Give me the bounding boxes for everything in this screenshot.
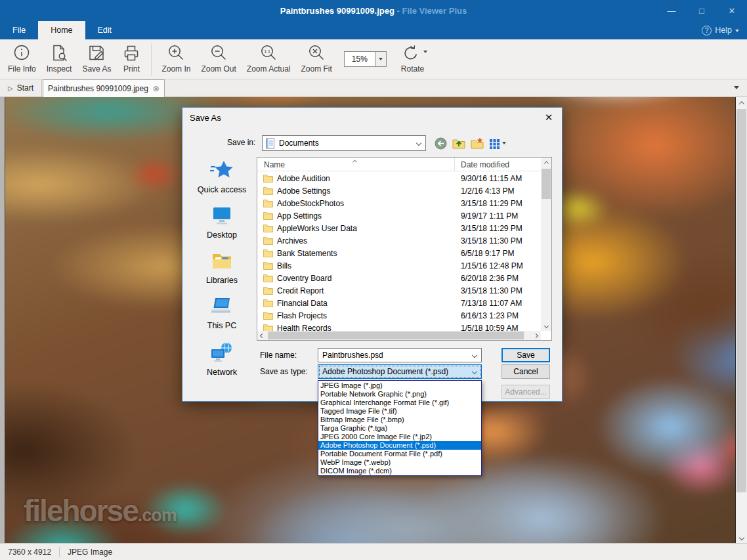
- file-row[interactable]: Financial Data 7/13/18 11:07 AM: [257, 297, 541, 309]
- file-date: 3/15/18 11:29 PM: [461, 199, 523, 208]
- type-option[interactable]: Tagged Image File (*.tif): [318, 407, 481, 416]
- folder-icon: [263, 299, 273, 307]
- dialog-close-button[interactable]: ✕: [542, 111, 556, 124]
- scroll-down-icon[interactable]: [541, 321, 551, 331]
- file-row[interactable]: Coventry Board 6/20/18 2:36 PM: [257, 272, 541, 284]
- zoom-in-button[interactable]: Zoom In: [156, 41, 196, 79]
- network-icon: [209, 341, 234, 366]
- save-button[interactable]: Save: [502, 348, 550, 362]
- zoom-fit-button[interactable]: Zoom Fit: [296, 41, 337, 79]
- file-row[interactable]: Flash Projects 6/16/13 1:23 PM: [257, 309, 541, 322]
- folder-icon: [263, 186, 273, 195]
- file-date: 1/2/16 4:13 PM: [461, 186, 514, 196]
- inspect-button[interactable]: Inspect: [41, 41, 77, 79]
- folder-icon: [263, 261, 273, 270]
- file-name: Flash Projects: [277, 311, 327, 320]
- file-row[interactable]: Bank Statements 6/5/18 9:17 PM: [257, 247, 541, 259]
- zoom-actual-button[interactable]: 1:1 Zoom Actual: [242, 41, 296, 79]
- scrollbar-thumb[interactable]: [542, 169, 551, 199]
- file-name: Adobe Audition: [277, 174, 330, 183]
- scroll-right-icon[interactable]: [531, 331, 541, 340]
- type-option[interactable]: Graphical Interchange Format File (*.gif…: [318, 398, 481, 407]
- place-libraries[interactable]: Libraries: [189, 251, 255, 285]
- scrollbar-thumb[interactable]: [736, 109, 746, 492]
- file-row[interactable]: Bills 1/15/16 12:48 PM: [257, 259, 541, 272]
- type-option[interactable]: DICOM Image (*.dcm): [318, 467, 481, 475]
- type-option[interactable]: Bitmap Image File (*.bmp): [318, 416, 481, 424]
- column-header-name[interactable]: Name: [264, 160, 285, 169]
- type-option[interactable]: WebP Image (*.webp): [318, 458, 481, 467]
- cancel-button[interactable]: Cancel: [502, 364, 550, 379]
- dialog-title-bar: Save As: [182, 108, 562, 127]
- inspect-icon: [49, 43, 69, 63]
- file-row[interactable]: Archives 3/15/18 11:30 PM: [257, 234, 541, 247]
- app-window: { "window": { "title_file": "Paintbrushe…: [0, 0, 747, 560]
- folder-icon: [263, 249, 273, 257]
- save-as-type-combobox[interactable]: Adobe Photoshop Document (*.psd): [318, 364, 482, 379]
- zoom-level-dropdown[interactable]: [375, 51, 387, 67]
- file-row[interactable]: App Settings 9/19/17 1:11 PM: [257, 209, 541, 222]
- save-as-button[interactable]: Save As: [77, 41, 116, 79]
- file-row[interactable]: Adobe Settings 1/2/16 4:13 PM: [257, 184, 541, 197]
- file-name: App Settings: [277, 211, 322, 221]
- scroll-down-icon[interactable]: [736, 532, 747, 543]
- file-name-combobox[interactable]: Paintbrushes.psd: [318, 348, 482, 362]
- back-button[interactable]: [435, 137, 447, 150]
- scroll-up-icon[interactable]: [736, 97, 747, 108]
- minimize-button[interactable]: —: [656, 0, 687, 21]
- tab-list-chevron-icon[interactable]: [734, 86, 739, 89]
- file-row[interactable]: Adobe Audition 9/30/16 11:15 AM: [257, 172, 541, 184]
- file-name: Coventry Board: [277, 274, 331, 283]
- menu-tab-file[interactable]: File: [0, 21, 38, 39]
- save-as-type-value: Adobe Photoshop Document (*.psd): [322, 367, 448, 376]
- menu-tab-edit[interactable]: Edit: [85, 21, 125, 39]
- tab-close-icon[interactable]: ⊗: [153, 85, 160, 93]
- zoom-level-input[interactable]: 15%: [344, 51, 375, 67]
- type-option[interactable]: JPEG 2000 Core Image File (*.jp2): [318, 433, 481, 441]
- list-vertical-scrollbar[interactable]: [541, 158, 551, 331]
- zoom-in-icon: [166, 43, 186, 63]
- file-name: Financial Data: [277, 299, 328, 308]
- type-option[interactable]: Targa Graphic (*.tga): [318, 424, 481, 433]
- play-icon: ▷: [8, 85, 13, 92]
- chevron-down-icon: [379, 58, 383, 60]
- file-row[interactable]: Credit Report 3/15/18 11:30 PM: [257, 284, 541, 297]
- help-menu[interactable]: ? Help: [702, 21, 739, 39]
- save-in-combobox[interactable]: Documents: [262, 135, 426, 151]
- zoom-out-button[interactable]: Zoom Out: [196, 41, 241, 79]
- scroll-up-icon[interactable]: [541, 158, 551, 167]
- place-desktop[interactable]: Desktop: [189, 205, 255, 240]
- list-horizontal-scrollbar[interactable]: [257, 331, 541, 340]
- file-row[interactable]: AdobeStockPhotos 3/15/18 11:29 PM: [257, 197, 541, 209]
- type-option[interactable]: JPEG Image (*.jpg): [318, 381, 481, 390]
- view-menu-button[interactable]: [489, 138, 506, 149]
- place-network[interactable]: Network: [189, 341, 255, 377]
- print-button[interactable]: Print: [116, 41, 146, 79]
- type-option[interactable]: Portable Network Graphic (*.png): [318, 390, 481, 398]
- file-info-button[interactable]: File Info: [3, 41, 41, 79]
- tab-document[interactable]: Paintbrushes 90991009.jpeg ⊗: [43, 79, 165, 97]
- chevron-down-icon: [416, 140, 421, 146]
- desktop-icon: [209, 205, 234, 228]
- maximize-button[interactable]: □: [687, 0, 717, 21]
- new-folder-button[interactable]: [471, 137, 484, 149]
- scrollbar-thumb[interactable]: [268, 332, 524, 339]
- file-row[interactable]: AppleWorks User Data 3/15/18 11:29 PM: [257, 222, 541, 234]
- tab-start[interactable]: ▷ Start: [0, 79, 42, 97]
- type-option[interactable]: Portable Document Format File (*.pdf): [318, 450, 481, 458]
- type-option[interactable]: Adobe Photoshop Document (*.psd): [318, 441, 481, 450]
- scroll-left-icon[interactable]: [257, 331, 267, 340]
- close-button[interactable]: ✕: [717, 0, 747, 21]
- column-header-date-modified[interactable]: Date modified: [461, 160, 509, 169]
- sort-ascending-icon: [353, 157, 356, 165]
- document-tab-bar: ▷ Start Paintbrushes 90991009.jpeg ⊗: [0, 79, 747, 97]
- up-one-level-button[interactable]: [452, 137, 465, 149]
- menu-tab-home[interactable]: Home: [38, 21, 85, 39]
- rotate-button[interactable]: Rotate: [396, 41, 433, 79]
- window-controls: — □ ✕: [656, 0, 747, 21]
- canvas-vertical-scrollbar[interactable]: [736, 97, 747, 543]
- place-quick-access[interactable]: Quick access: [189, 159, 255, 194]
- chevron-down-icon: [472, 353, 477, 358]
- place-this-pc[interactable]: This PC: [189, 296, 255, 330]
- folder-icon: [263, 274, 273, 282]
